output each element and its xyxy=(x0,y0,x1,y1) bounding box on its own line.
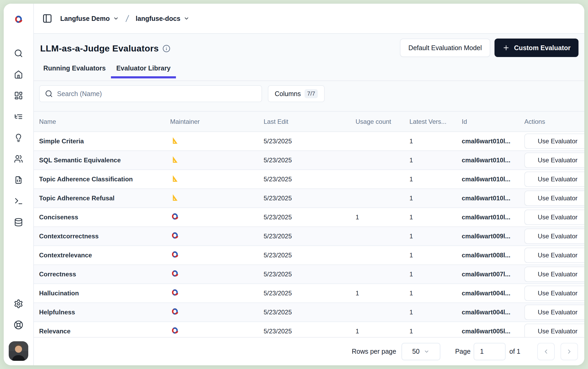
rows-per-page-select[interactable]: 50 xyxy=(402,343,440,360)
search-input[interactable] xyxy=(57,90,256,98)
evaluators-table: Name Maintainer Last Edit Usage count La… xyxy=(34,111,584,337)
topbar: Langfuse Demo langfuse-docs xyxy=(34,4,584,34)
id-cell: cmal6wart010l... xyxy=(462,138,524,145)
table-row[interactable]: Helpfulness 5/23/2025 1 cmal6wart004l...… xyxy=(34,303,584,322)
latest-version-cell: 1 xyxy=(409,252,462,259)
file-code-icon[interactable] xyxy=(14,176,23,184)
table-row[interactable]: Correctness 5/23/2025 1 cmal6wart007l...… xyxy=(34,265,584,284)
table-row[interactable]: Topic Adherence Refusal 5/23/2025 1 cmal… xyxy=(34,189,584,208)
tabs-divider xyxy=(34,81,584,81)
tracing-tree-icon[interactable] xyxy=(14,112,23,121)
column-header-actions: Actions xyxy=(524,118,584,125)
custom-evaluator-button[interactable]: Custom Evaluator xyxy=(494,39,578,57)
table-row[interactable]: Contextcorrectness 5/23/2025 1 cmal6wart… xyxy=(34,227,584,246)
actions-cell: Use Evaluator xyxy=(524,210,584,225)
last-edit-cell: 5/23/2025 xyxy=(264,195,356,202)
last-edit-cell: 5/23/2025 xyxy=(264,138,356,145)
usage-count-cell: 1 xyxy=(356,214,409,221)
column-header-last-edit: Last Edit xyxy=(264,118,356,125)
id-cell: cmal6wart010l... xyxy=(462,176,524,183)
langfuse-knot-logo-icon[interactable] xyxy=(13,15,24,23)
use-evaluator-button[interactable]: Use Evaluator xyxy=(524,229,584,244)
last-edit-cell: 5/23/2025 xyxy=(264,328,356,335)
latest-version-cell: 1 xyxy=(409,214,462,221)
table-row[interactable]: Simple Criteria 5/23/2025 1 cmal6wart010… xyxy=(34,132,584,151)
use-evaluator-button[interactable]: Use Evaluator xyxy=(524,267,584,282)
dashboard-icon[interactable] xyxy=(14,91,23,100)
evaluator-name: Contextrelevance xyxy=(34,252,170,259)
evaluator-name: Conciseness xyxy=(34,214,170,221)
chevron-down-icon xyxy=(184,16,189,21)
next-page-button[interactable] xyxy=(561,343,578,360)
langfuse-maintainer-icon xyxy=(170,270,180,277)
user-avatar[interactable] xyxy=(9,341,28,361)
search-box xyxy=(39,85,262,102)
columns-count-badge: 7/7 xyxy=(305,89,318,98)
previous-page-button[interactable] xyxy=(537,343,555,360)
table-row[interactable]: Hallucination 5/23/2025 1 1 cmal6wart004… xyxy=(34,284,584,303)
search-icon[interactable] xyxy=(14,49,23,58)
use-evaluator-button[interactable]: Use Evaluator xyxy=(524,210,584,225)
rows-per-page-value: 50 xyxy=(412,348,420,355)
evaluator-name: Relevance xyxy=(34,328,170,335)
database-icon[interactable] xyxy=(14,218,23,227)
workspace-name: Langfuse Demo xyxy=(60,15,110,22)
settings-gear-icon[interactable] xyxy=(14,299,23,309)
table-row[interactable]: Relevance 5/23/2025 1 1 cmal6wart005l...… xyxy=(34,322,584,337)
users-icon[interactable] xyxy=(14,154,23,163)
project-selector[interactable]: langfuse-docs xyxy=(136,15,189,22)
evaluator-name: Helpfulness xyxy=(34,309,170,316)
table-body: Simple Criteria 5/23/2025 1 cmal6wart010… xyxy=(34,132,584,337)
lightbulb-icon[interactable] xyxy=(14,133,23,142)
rows-per-page-label: Rows per page xyxy=(352,348,396,355)
actions-cell: Use Evaluator xyxy=(524,286,584,301)
use-evaluator-button[interactable]: Use Evaluator xyxy=(524,191,584,206)
sidebar-toggle-icon[interactable] xyxy=(42,13,52,23)
table-row[interactable]: SQL Semantic Equivalence 5/23/2025 1 cma… xyxy=(34,151,584,170)
maintainer-cell xyxy=(170,136,264,146)
home-icon[interactable] xyxy=(14,70,23,79)
use-evaluator-button[interactable]: Use Evaluator xyxy=(524,134,584,149)
actions-cell: Use Evaluator xyxy=(524,229,584,244)
support-lifebuoy-icon[interactable] xyxy=(14,320,23,330)
tab-running-evaluators[interactable]: Running Evaluators xyxy=(38,62,111,78)
app-window: Langfuse Demo langfuse-docs LLM-as-a-Jud… xyxy=(4,4,584,365)
page-number-input[interactable] xyxy=(474,343,506,360)
page-label: Page xyxy=(455,348,470,355)
evaluator-name: Contextcorrectness xyxy=(34,233,170,240)
chevron-right-icon xyxy=(566,348,573,355)
actions-cell: Use Evaluator xyxy=(524,134,584,149)
use-evaluator-button[interactable]: Use Evaluator xyxy=(524,172,584,187)
tab-evaluator-library[interactable]: Evaluator Library xyxy=(111,62,176,78)
project-name: langfuse-docs xyxy=(136,15,180,22)
table-row[interactable]: Topic Adherence Classification 5/23/2025… xyxy=(34,170,584,189)
use-evaluator-button[interactable]: Use Evaluator xyxy=(524,286,584,301)
actions-cell: Use Evaluator xyxy=(524,305,584,320)
latest-version-cell: 1 xyxy=(409,233,462,240)
usage-count-cell: 1 xyxy=(356,328,409,335)
ragas-maintainer-icon xyxy=(170,193,178,202)
id-cell: cmal6wart010l... xyxy=(462,214,524,221)
id-cell: cmal6wart010l... xyxy=(462,195,524,202)
maintainer-cell xyxy=(170,193,264,203)
last-edit-cell: 5/23/2025 xyxy=(264,309,356,316)
custom-evaluator-button-label: Custom Evaluator xyxy=(514,44,571,52)
table-row[interactable]: Conciseness 5/23/2025 1 1 cmal6wart010l.… xyxy=(34,208,584,227)
actions-cell: Use Evaluator xyxy=(524,267,584,282)
table-row[interactable]: Contextrelevance 5/23/2025 1 cmal6wart00… xyxy=(34,246,584,265)
columns-button[interactable]: Columns 7/7 xyxy=(268,85,325,102)
use-evaluator-button[interactable]: Use Evaluator xyxy=(524,324,584,337)
use-evaluator-button[interactable]: Use Evaluator xyxy=(524,305,584,320)
use-evaluator-button[interactable]: Use Evaluator xyxy=(524,153,584,168)
workspace-selector[interactable]: Langfuse Demo xyxy=(60,15,119,22)
latest-version-cell: 1 xyxy=(409,328,462,335)
ragas-maintainer-icon xyxy=(170,136,178,145)
langfuse-maintainer-icon xyxy=(170,251,180,258)
toolbar: Columns 7/7 xyxy=(39,85,584,102)
default-evaluation-model-button[interactable]: Default Evaluation Model xyxy=(400,39,490,57)
info-icon[interactable] xyxy=(162,45,170,53)
sidebar-nav xyxy=(4,49,33,227)
use-evaluator-button[interactable]: Use Evaluator xyxy=(524,248,584,263)
terminal-icon[interactable] xyxy=(14,197,23,206)
actions-cell: Use Evaluator xyxy=(524,153,584,168)
